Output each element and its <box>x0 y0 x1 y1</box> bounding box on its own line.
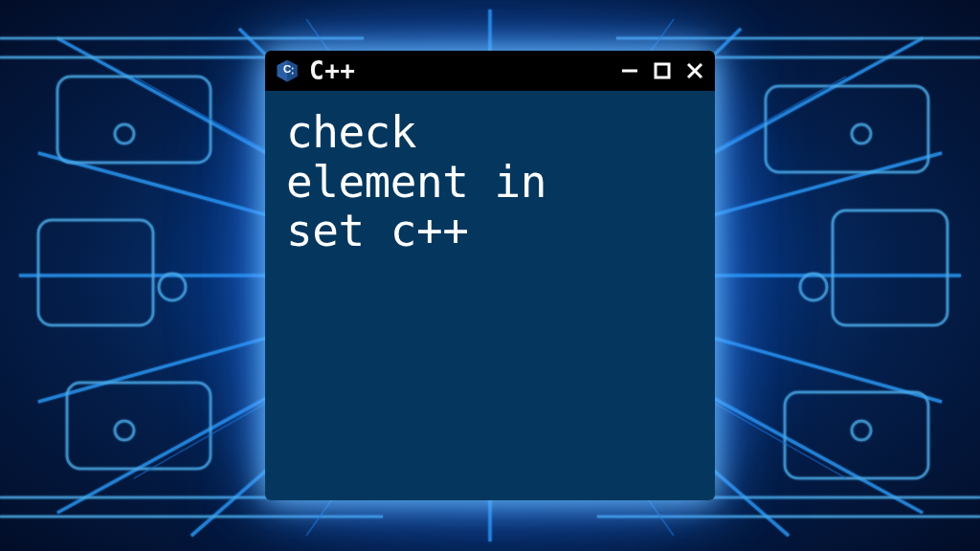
svg-text:C: C <box>283 63 291 75</box>
svg-point-9 <box>852 124 871 143</box>
close-button[interactable] <box>684 60 705 81</box>
svg-point-11 <box>852 421 871 440</box>
svg-point-7 <box>800 274 827 300</box>
cpp-icon: C + + <box>275 58 300 83</box>
window-controls <box>619 60 705 81</box>
svg-point-10 <box>115 421 134 440</box>
svg-rect-3 <box>785 392 928 478</box>
svg-point-6 <box>159 274 186 300</box>
maximize-button[interactable] <box>652 60 673 81</box>
svg-text:+: + <box>291 71 294 76</box>
terminal-window: C + + C++ check element in set c++ <box>265 51 715 500</box>
window-title: C++ <box>309 56 610 85</box>
window-titlebar[interactable]: C + + C++ <box>265 51 715 91</box>
terminal-body[interactable]: check element in set c++ <box>265 91 715 500</box>
minimize-button[interactable] <box>619 60 640 81</box>
svg-point-8 <box>115 124 134 143</box>
svg-rect-1 <box>766 86 928 172</box>
svg-rect-2 <box>67 383 211 469</box>
svg-rect-4 <box>38 220 153 325</box>
svg-text:+: + <box>291 66 294 71</box>
svg-rect-0 <box>57 77 211 163</box>
terminal-content: check element in set c++ <box>286 108 694 256</box>
svg-rect-18 <box>656 64 669 77</box>
svg-rect-5 <box>833 210 947 325</box>
